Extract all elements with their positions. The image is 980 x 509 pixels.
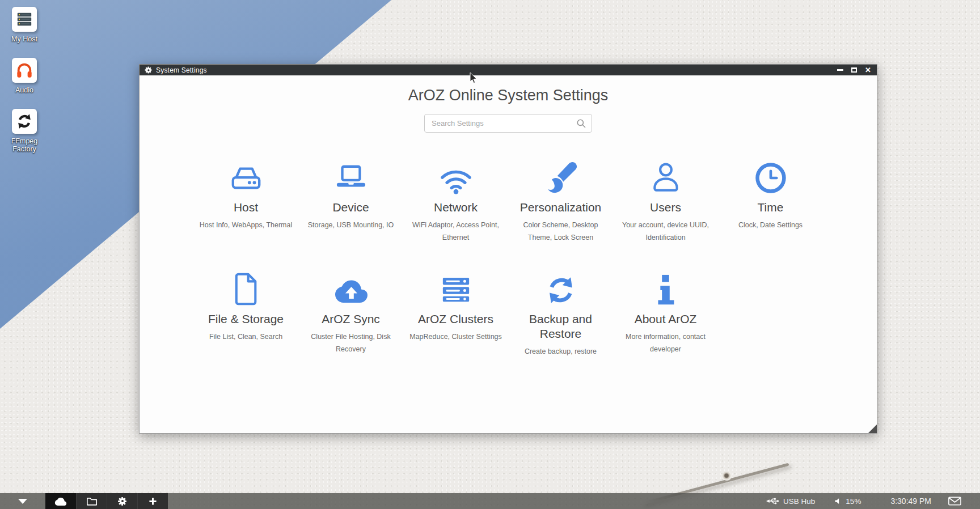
- settings-item-title: Backup and Restore: [508, 312, 613, 341]
- settings-item-title: Personalization: [508, 200, 613, 215]
- settings-item-title: About ArOZ: [613, 312, 718, 326]
- laptop-icon: [298, 158, 403, 195]
- folder-icon: [86, 497, 98, 506]
- settings-item-desc: Storage, USB Mounting, IO: [298, 219, 403, 231]
- taskbar-settings-button[interactable]: [107, 493, 137, 509]
- settings-item-about-aroz[interactable]: About ArOZ More information, contact dev…: [613, 269, 718, 381]
- server-stack-icon: [403, 269, 508, 307]
- settings-item-title: File & Storage: [193, 312, 298, 326]
- headphones-icon: [12, 58, 37, 83]
- settings-item-file-storage[interactable]: File & Storage File List, Clean, Search: [193, 269, 298, 381]
- messages-button[interactable]: [948, 497, 961, 506]
- usb-status[interactable]: USB Hub: [766, 497, 815, 506]
- settings-item-device[interactable]: Device Storage, USB Mounting, IO: [298, 158, 403, 269]
- settings-item-desc: WiFi Adaptor, Access Point, Ethernet: [403, 219, 508, 244]
- envelope-icon: [948, 497, 961, 506]
- close-icon[interactable]: ✕: [865, 67, 871, 73]
- settings-item-title: Host: [193, 200, 298, 215]
- desktop-icon-column: My Host Audio: [0, 7, 49, 168]
- settings-item-users[interactable]: Users Your account, device UUID, Identif…: [613, 158, 718, 269]
- gear-icon: [145, 67, 152, 74]
- volume-label: 15%: [846, 497, 861, 506]
- speaker-icon: [834, 497, 842, 505]
- window-controls: ✕: [837, 67, 872, 73]
- settings-item-desc: Host Info, WebApps, Thermal: [193, 219, 298, 231]
- settings-item-aroz-clusters[interactable]: ArOZ Clusters MapReduce, Cluster Setting…: [403, 269, 508, 381]
- settings-item-desc: Your account, device UUID, Identificatio…: [613, 219, 718, 244]
- taskbar-add-button[interactable]: [137, 493, 168, 509]
- window-content: ArOZ Online System Settings: [140, 75, 877, 433]
- settings-item-title: Time: [718, 200, 823, 215]
- desktop-icon-label: FFmpeg Factory: [0, 137, 49, 153]
- server-icon: [12, 7, 37, 32]
- hdd-icon: [193, 158, 298, 195]
- usb-icon: [766, 497, 779, 505]
- desktop-icon-ffmpeg[interactable]: FFmpeg Factory: [0, 109, 49, 153]
- settings-item-host[interactable]: Host Host Info, WebApps, Thermal: [193, 158, 298, 269]
- settings-item-aroz-sync[interactable]: ArOZ Sync Cluster File Hosting, Disk Rec…: [298, 269, 403, 381]
- settings-item-title: Network: [403, 200, 508, 215]
- desktop: My Host Audio: [0, 0, 980, 509]
- paintbrush-icon: [508, 158, 613, 195]
- search-box: [424, 114, 592, 133]
- settings-item-network[interactable]: Network WiFi Adaptor, Access Point, Ethe…: [403, 158, 508, 269]
- settings-item-desc: File List, Clean, Search: [193, 330, 298, 343]
- info-icon: [613, 269, 718, 307]
- settings-item-desc: Cluster File Hosting, Disk Recovery: [298, 330, 403, 355]
- system-settings-window: System Settings ✕ ArOZ Online System Set…: [139, 64, 877, 434]
- taskbar-status-area: USB Hub 15% 3:30:49 PM: [766, 497, 961, 506]
- settings-item-personalization[interactable]: Personalization Color Scheme, Desktop Th…: [508, 158, 613, 269]
- settings-item-title: Users: [613, 200, 718, 215]
- search-icon: [576, 118, 586, 129]
- settings-item-title: ArOZ Sync: [298, 312, 403, 326]
- taskbar-clock[interactable]: 3:30:49 PM: [890, 497, 931, 506]
- desktop-icon-label: Audio: [0, 86, 49, 94]
- sync-icon: [508, 269, 613, 307]
- settings-item-title: ArOZ Clusters: [403, 312, 508, 326]
- search-input[interactable]: [424, 114, 592, 133]
- plus-icon: [149, 497, 157, 506]
- desktop-icon-label: My Host: [0, 35, 49, 43]
- window-title: System Settings: [156, 66, 207, 74]
- recycle-arrows-icon: [12, 109, 37, 134]
- settings-item-backup-restore[interactable]: Backup and Restore Create backup, restor…: [508, 269, 613, 381]
- settings-item-desc: Clock, Date Settings: [718, 219, 823, 231]
- taskbar-dropdown-button[interactable]: [0, 499, 45, 504]
- cloud-upload-icon: [298, 269, 403, 307]
- taskbar-files-button[interactable]: [76, 493, 107, 509]
- usb-label: USB Hub: [783, 497, 815, 506]
- desktop-icon-my-host[interactable]: My Host: [0, 7, 49, 43]
- cloud-icon: [54, 497, 67, 506]
- dropdown-arrow-icon: [18, 499, 27, 504]
- volume-status[interactable]: 15%: [834, 497, 861, 506]
- settings-grid: Host Host Info, WebApps, Thermal Device …: [193, 158, 823, 381]
- taskbar-cloud-button[interactable]: [45, 493, 76, 509]
- settings-item-desc: More information, contact developer: [613, 330, 718, 355]
- file-icon: [193, 269, 298, 307]
- settings-item-desc: Create backup, restore: [508, 345, 613, 358]
- user-icon: [613, 158, 718, 195]
- window-resize-grip[interactable]: [868, 425, 877, 433]
- clock-icon: [718, 158, 823, 195]
- settings-item-time[interactable]: Time Clock, Date Settings: [718, 158, 823, 269]
- gear-icon: [118, 497, 126, 506]
- settings-item-title: Device: [298, 200, 403, 215]
- settings-item-desc: Color Scheme, Desktop Theme, Lock Screen: [508, 219, 613, 244]
- minimize-icon[interactable]: [837, 69, 843, 71]
- settings-item-desc: MapReduce, Cluster Settings: [403, 330, 508, 343]
- desktop-icon-audio[interactable]: Audio: [0, 58, 49, 94]
- wallpaper-wall-hole: [721, 472, 733, 481]
- wifi-icon: [403, 158, 508, 195]
- taskbar: USB Hub 15% 3:30:49 PM: [0, 493, 980, 509]
- page-title: ArOZ Online System Settings: [140, 87, 877, 104]
- maximize-icon[interactable]: [851, 67, 857, 73]
- window-titlebar[interactable]: System Settings ✕: [140, 65, 877, 75]
